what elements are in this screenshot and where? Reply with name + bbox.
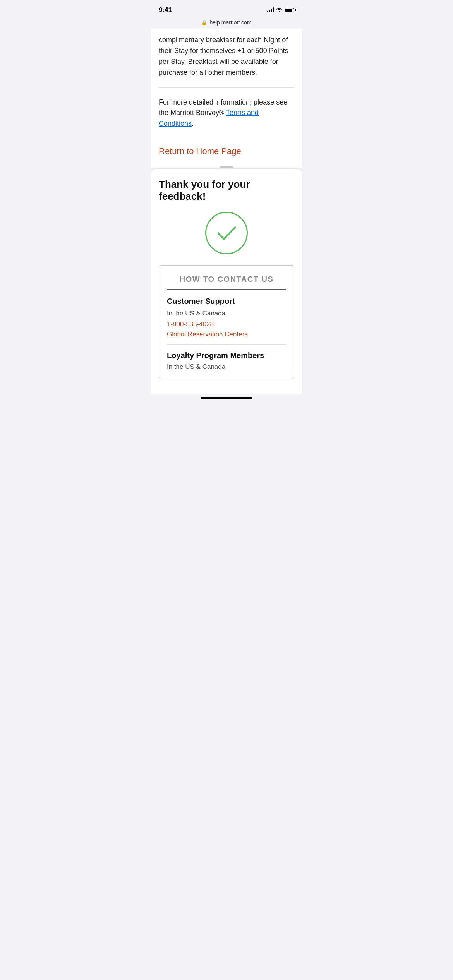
url-bar: 🔒 help.marriott.com [151, 17, 302, 29]
battery-icon [285, 8, 294, 12]
info-paragraph: For more detailed information, please se… [159, 97, 294, 130]
customer-support-section: Customer Support In the US & Canada 1-80… [167, 297, 286, 338]
loyalty-region: In the US & Canada [167, 363, 286, 371]
status-icons [267, 8, 294, 12]
bottom-sheet: Thank you for your feedback! HOW TO CONT… [151, 169, 302, 394]
loyalty-section: Loyalty Program Members In the US & Cana… [167, 351, 286, 371]
customer-support-title: Customer Support [167, 297, 286, 306]
customer-support-region: In the US & Canada [167, 310, 286, 317]
info-text-end: . [192, 120, 194, 127]
status-time: 9:41 [159, 6, 172, 14]
global-reservation-link[interactable]: Global Reservation Centers [167, 331, 286, 338]
url-text: help.marriott.com [209, 19, 251, 26]
sheet-handle [220, 166, 233, 168]
home-indicator [151, 394, 302, 402]
return-home-section: Return to Home Page [151, 139, 302, 163]
home-bar [201, 397, 252, 399]
feedback-title: Thank you for your feedback! [159, 178, 294, 202]
contact-divider [167, 344, 286, 345]
checkmark-icon [216, 224, 237, 242]
checkmark-circle [205, 212, 248, 254]
body-paragraph: complimentary breakfast for each Night o… [159, 35, 294, 78]
divider [159, 87, 294, 88]
main-content: complimentary breakfast for each Night o… [151, 29, 302, 139]
contact-heading: HOW TO CONTACT US [167, 275, 286, 290]
lock-icon: 🔒 [201, 20, 207, 25]
contact-box: HOW TO CONTACT US Customer Support In th… [159, 265, 294, 379]
customer-support-phone[interactable]: 1-800-535-4028 [167, 320, 286, 328]
loyalty-title: Loyalty Program Members [167, 351, 286, 360]
info-text-main: For more detailed information, please se… [159, 98, 287, 117]
sheet-handle-area [151, 163, 302, 168]
return-home-link[interactable]: Return to Home Page [159, 146, 241, 156]
signal-icon [267, 8, 274, 12]
wifi-icon [276, 8, 282, 12]
status-bar: 9:41 [151, 0, 302, 17]
